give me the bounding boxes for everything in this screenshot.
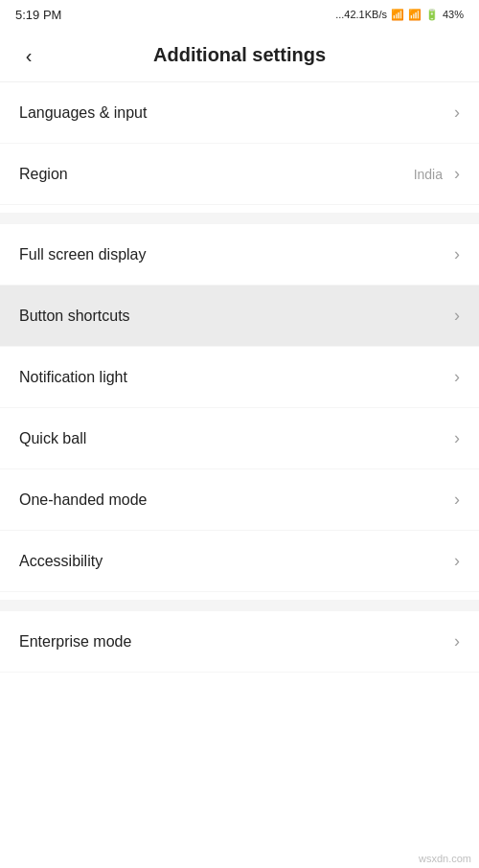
item-label-button-shortcuts: Button shortcuts [19,308,454,325]
settings-item-notification-light[interactable]: Notification light › [0,347,479,408]
wifi-icon: 📶 [408,9,422,21]
settings-list: Languages & input › Region India › Full … [0,82,479,673]
settings-item-one-handed[interactable]: One-handed mode › [0,469,479,531]
watermark: wsxdn.com [419,853,471,864]
app-bar: ‹ Additional settings [0,29,479,82]
item-label-languages: Languages & input [19,104,454,122]
item-label-notification-light: Notification light [19,369,454,386]
item-label-accessibility: Accessibility [19,553,454,570]
chevron-icon-notification-light: › [454,367,460,387]
battery-percent: 43% [443,9,464,20]
section-group-2: Full screen display › Button shortcuts ›… [0,224,479,592]
settings-item-fullscreen[interactable]: Full screen display › [0,224,479,286]
divider-1 [0,213,479,224]
chevron-icon-quick-ball: › [454,428,460,448]
back-icon: ‹ [26,46,33,65]
chevron-icon-accessibility: › [454,551,460,571]
section-group-1: Languages & input › Region India › [0,82,479,205]
item-label-one-handed: One-handed mode [19,491,454,509]
divider-2 [0,600,479,611]
item-label-quick-ball: Quick ball [19,430,454,447]
item-value-region: India [414,167,443,182]
battery-icon: 🔋 [425,9,439,21]
signal-icon: 📶 [391,9,404,21]
network-speed: ...42.1KB/s [335,9,387,20]
item-label-fullscreen: Full screen display [19,246,454,263]
chevron-icon-enterprise: › [454,631,460,651]
status-bar: 5:19 PM ...42.1KB/s 📶 📶 🔋 43% [0,0,479,29]
status-time: 5:19 PM [15,8,61,22]
settings-item-quick-ball[interactable]: Quick ball › [0,408,479,469]
settings-item-enterprise[interactable]: Enterprise mode › [0,611,479,673]
item-label-region: Region [19,166,414,183]
chevron-icon-one-handed: › [454,490,460,510]
settings-item-region[interactable]: Region India › [0,144,479,205]
settings-item-accessibility[interactable]: Accessibility › [0,531,479,592]
item-label-enterprise: Enterprise mode [19,633,454,651]
chevron-icon-region: › [454,164,460,184]
settings-item-languages[interactable]: Languages & input › [0,82,479,144]
chevron-icon-languages: › [454,103,460,123]
settings-item-button-shortcuts[interactable]: Button shortcuts › [0,286,479,347]
chevron-icon-fullscreen: › [454,244,460,264]
section-group-3: Enterprise mode › [0,611,479,673]
chevron-icon-button-shortcuts: › [454,306,460,326]
page-title: Additional settings [50,44,471,66]
back-button[interactable]: ‹ [8,34,50,77]
status-icons: ...42.1KB/s 📶 📶 🔋 43% [335,9,464,21]
